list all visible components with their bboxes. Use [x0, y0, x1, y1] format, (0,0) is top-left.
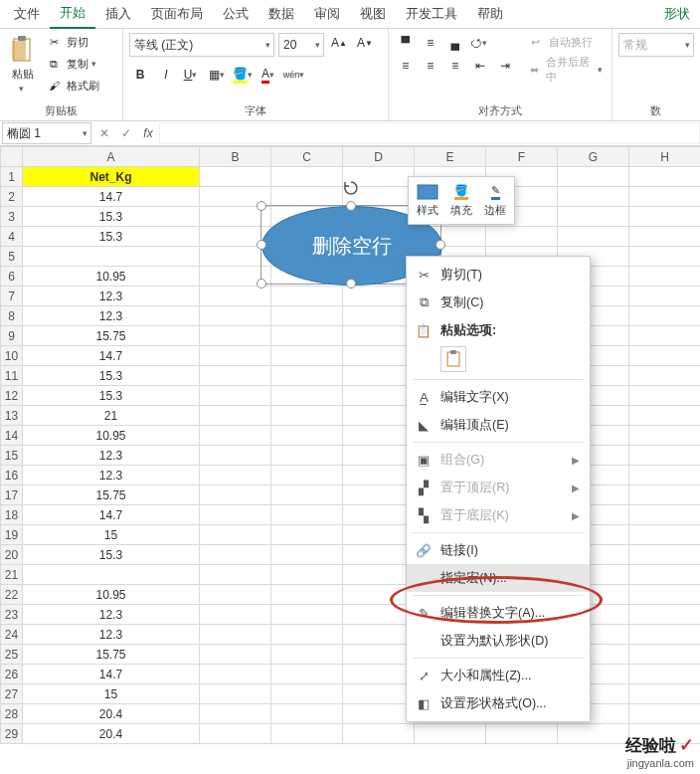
tab-shape-format[interactable]: 形状 [654, 0, 700, 28]
shape-outline-button[interactable]: ✎ 边框 [480, 181, 510, 220]
tab-review[interactable]: 审阅 [304, 0, 350, 28]
cell[interactable] [271, 306, 343, 326]
select-all-corner[interactable] [1, 147, 23, 167]
cell[interactable] [271, 585, 343, 605]
ctx-size-properties[interactable]: ⤢大小和属性(Z)... [407, 662, 590, 689]
cell[interactable] [271, 326, 343, 346]
cell[interactable] [629, 306, 701, 326]
enter-formula-button[interactable]: ✓ [115, 126, 137, 140]
cell[interactable] [558, 167, 629, 187]
cell[interactable] [343, 684, 415, 704]
ctx-group[interactable]: ▣组合(G)▶ [407, 446, 590, 474]
cell[interactable] [343, 366, 415, 386]
cell[interactable] [200, 505, 271, 525]
cell[interactable] [343, 306, 415, 326]
cell[interactable] [558, 207, 629, 227]
cell[interactable] [629, 466, 701, 485]
ctx-edit-alt-text[interactable]: ✎编辑替换文字(A)... [407, 599, 590, 627]
cell[interactable]: 14.7 [23, 346, 200, 366]
cell[interactable] [629, 247, 701, 267]
tab-page-layout[interactable]: 页面布局 [141, 0, 213, 28]
cell[interactable] [271, 346, 343, 366]
cell[interactable] [200, 565, 271, 585]
cell[interactable] [271, 605, 343, 625]
cut-button[interactable]: ✂剪切 [44, 33, 99, 51]
format-painter-button[interactable]: 🖌格式刷 [44, 77, 99, 95]
row-header[interactable]: 17 [1, 485, 23, 505]
align-left-button[interactable]: ≡ [395, 56, 417, 76]
decrease-indent-button[interactable]: ⇤ [469, 56, 491, 76]
cell[interactable] [200, 386, 271, 406]
cell[interactable] [558, 187, 629, 207]
copy-button[interactable]: ⧉复制▾ [44, 55, 99, 73]
cell[interactable] [271, 386, 343, 406]
cell[interactable] [629, 505, 701, 525]
align-middle-button[interactable]: ≡ [420, 33, 441, 53]
row-header[interactable]: 18 [1, 505, 23, 525]
cell[interactable] [629, 545, 701, 565]
cell[interactable] [23, 565, 200, 585]
col-header[interactable]: G [558, 147, 629, 167]
cell[interactable] [629, 684, 701, 704]
tab-help[interactable]: 帮助 [467, 0, 513, 28]
cell[interactable] [200, 625, 271, 645]
shape-fill-button[interactable]: 🪣 填充 [446, 181, 476, 220]
row-header[interactable]: 12 [1, 386, 23, 406]
cell[interactable] [271, 485, 343, 505]
cell[interactable] [271, 187, 343, 207]
cell[interactable] [629, 605, 701, 625]
cell[interactable]: 15 [23, 525, 200, 545]
paste-option-default[interactable] [440, 346, 466, 372]
cell[interactable] [629, 625, 701, 645]
col-header[interactable]: F [486, 147, 558, 167]
row-header[interactable]: 23 [1, 605, 23, 625]
fill-color-button[interactable]: 🪣▾ [233, 65, 255, 85]
row-header[interactable]: 14 [1, 426, 23, 446]
cell[interactable] [271, 665, 343, 684]
row-header[interactable]: 1 [1, 167, 23, 187]
cell[interactable] [629, 326, 701, 346]
cell[interactable] [629, 386, 701, 406]
col-header[interactable]: B [200, 147, 271, 167]
ctx-send-back[interactable]: ▚置于底层(K)▶ [407, 501, 590, 529]
col-header[interactable]: D [343, 147, 415, 167]
cell[interactable] [23, 247, 200, 267]
col-header[interactable]: A [23, 147, 200, 167]
cell[interactable] [629, 665, 701, 684]
cell[interactable] [200, 406, 271, 426]
cell[interactable] [343, 585, 415, 605]
resize-handle[interactable] [346, 279, 356, 289]
cell[interactable] [343, 287, 415, 306]
cell[interactable] [200, 645, 271, 665]
cell[interactable]: 14.7 [23, 505, 200, 525]
cell[interactable]: 12.3 [23, 287, 200, 306]
wrap-text-button[interactable]: ↩自动换行 [526, 33, 606, 51]
cell[interactable] [271, 426, 343, 446]
row-header[interactable]: 15 [1, 446, 23, 466]
cell[interactable] [200, 306, 271, 326]
row-header[interactable]: 19 [1, 525, 23, 545]
cell[interactable] [271, 525, 343, 545]
cell[interactable] [271, 446, 343, 466]
align-top-button[interactable]: ▀ [395, 33, 417, 53]
cell[interactable] [486, 724, 558, 744]
cell[interactable] [200, 605, 271, 625]
row-header[interactable]: 13 [1, 406, 23, 426]
cell[interactable] [271, 287, 343, 306]
col-header[interactable]: E [415, 147, 486, 167]
cell[interactable] [200, 704, 271, 724]
fx-button[interactable]: fx [137, 126, 159, 140]
cell[interactable]: 15.75 [23, 326, 200, 346]
cell[interactable] [200, 366, 271, 386]
col-header[interactable]: C [271, 147, 343, 167]
row-header[interactable]: 28 [1, 704, 23, 724]
tab-data[interactable]: 数据 [259, 0, 304, 28]
cell[interactable]: 15 [23, 684, 200, 704]
ctx-default-shape[interactable]: 设置为默认形状(D) [407, 627, 590, 655]
ctx-edit-points[interactable]: ◣编辑顶点(E) [407, 411, 590, 439]
cell[interactable] [343, 645, 415, 665]
cell[interactable]: 12.3 [23, 625, 200, 645]
row-header[interactable]: 3 [1, 207, 23, 227]
tab-formulas[interactable]: 公式 [213, 0, 259, 28]
bold-button[interactable]: B [129, 65, 151, 85]
